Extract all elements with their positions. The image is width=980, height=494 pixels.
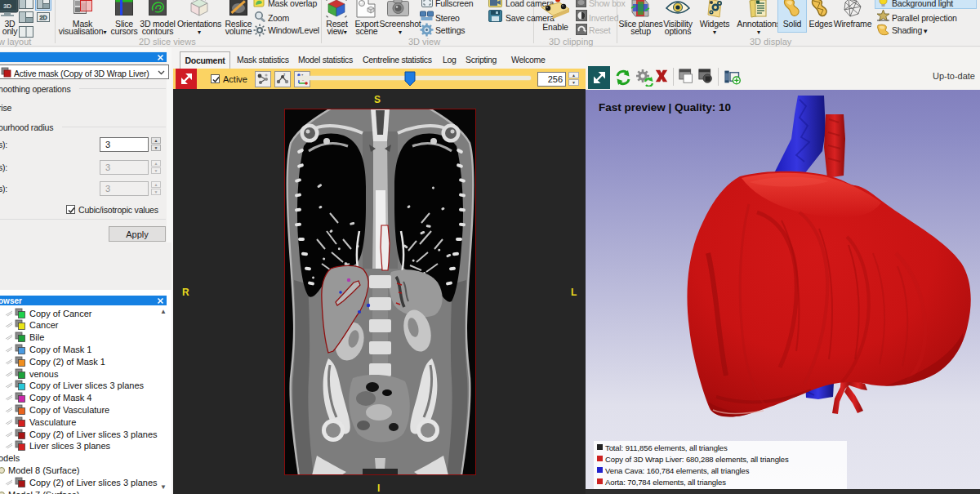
svg-text:Aorta: 70,784 elements, all tr: Aorta: 70,784 elements, all triangles xyxy=(605,478,726,487)
svg-text:Copy of 3D Wrap Liver: 680,288: Copy of 3D Wrap Liver: 680,288 elements,… xyxy=(605,455,789,464)
svg-text:3D: 3D xyxy=(3,2,11,10)
svg-text:z: z xyxy=(283,73,286,77)
svg-text:Total: 911,856 elements, all t: Total: 911,856 elements, all triangles xyxy=(605,443,728,452)
svg-text:2D: 2D xyxy=(40,15,47,20)
svg-text:Vena Cava: 160,784 elements, a: Vena Cava: 160,784 elements, all triangl… xyxy=(605,466,750,475)
svg-text:Fast preview | Quality: 10: Fast preview | Quality: 10 xyxy=(599,101,731,113)
